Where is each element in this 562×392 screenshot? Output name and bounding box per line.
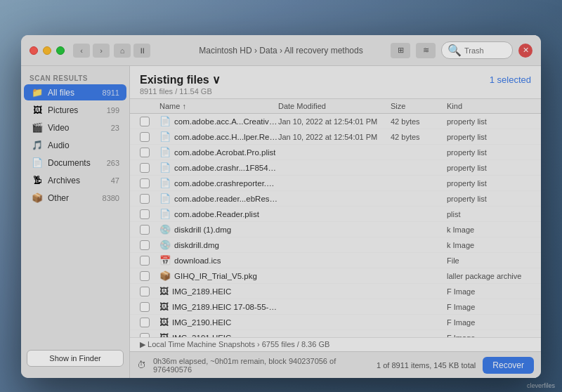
dim-overlay (0, 0, 562, 392)
